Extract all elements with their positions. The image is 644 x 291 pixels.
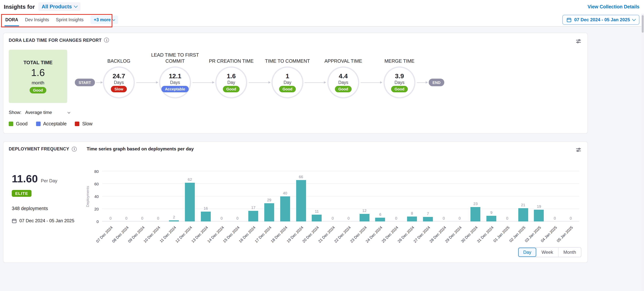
show-label: Show: (9, 110, 22, 115)
stage-circle[interactable]: 4.4 Days Good (327, 67, 359, 98)
deployment-bar[interactable] (296, 180, 306, 221)
tab-dora[interactable]: DORA (5, 13, 18, 26)
deployment-bar[interactable] (407, 216, 417, 221)
scrollbar-track[interactable] (641, 14, 644, 291)
bar-value-label: 0 (325, 216, 340, 220)
chart-plot-area: 0204060800000262160017294066110012608700… (102, 171, 579, 221)
insight-tab-bar: DORA Dev Insights Sprint Insights +3 mor… (0, 13, 644, 27)
bar-value-label: 0 (500, 216, 515, 220)
stage-value: 4.4 (339, 73, 348, 80)
deployment-bar[interactable] (423, 217, 433, 221)
bar-value-label: 6 (373, 212, 388, 216)
info-icon[interactable]: i (104, 38, 109, 43)
tab-sprint-insights[interactable]: Sprint Insights (56, 13, 84, 26)
bar-value-label: 66 (293, 175, 308, 179)
scrollbar-thumb[interactable] (642, 15, 644, 33)
page-header: Insights for All Products View Collectio… (0, 0, 644, 13)
deployment-bar[interactable] (312, 215, 322, 221)
stage-unit: Day (228, 80, 235, 85)
legend-swatch-slow (75, 122, 80, 126)
more-tabs-button[interactable]: +3 more (90, 16, 118, 24)
bar-value-label: 2 (166, 215, 182, 219)
show-metric-select[interactable]: Average time (25, 110, 70, 115)
granularity-day-button[interactable]: Day (518, 248, 536, 257)
bar-value-label: 12 (357, 209, 372, 213)
stage-value: 1.6 (227, 73, 236, 80)
flow-end-pill: END (429, 79, 444, 86)
chevron-down-icon (68, 111, 70, 113)
tab-dev-insights[interactable]: Dev Insights (25, 13, 49, 26)
y-axis-title: Deployments (86, 171, 90, 221)
stage-circle[interactable]: 3.9 Days Good (384, 67, 416, 98)
stage-pr-creation-time: PR CREATION TIME 1.6 Day Good (203, 48, 260, 98)
bar-value-label: 0 (150, 216, 166, 220)
deployment-bar[interactable] (169, 220, 179, 221)
bar-value-label: 62 (182, 177, 198, 181)
bar-value-label: 0 (563, 216, 578, 220)
stage-time-to-comment: TIME TO COMMENT 1 Day Good (259, 48, 316, 98)
info-icon[interactable]: i (72, 146, 77, 151)
y-axis-tick: 0 (96, 219, 99, 224)
deployment-bar[interactable] (470, 207, 480, 221)
deployment-settings-button[interactable] (575, 146, 582, 155)
total-time-badge: Good (30, 87, 46, 93)
stage-approval-time: APPROVAL TIME 4.4 Days Good (315, 48, 372, 98)
stage-unit: Days (394, 80, 404, 85)
stage-backlog: BACKLOG 24.7 Days Slow (90, 48, 147, 98)
view-collection-details-link[interactable]: View Collection Details (588, 4, 640, 9)
bar-value-label: 23 (468, 202, 483, 206)
deployment-bar[interactable] (486, 216, 496, 221)
deployment-bar[interactable] (185, 183, 195, 221)
stage-circle[interactable]: 24.7 Days Slow (103, 67, 135, 98)
y-axis-tick: 40 (94, 194, 99, 199)
deployment-bar[interactable] (375, 218, 385, 221)
legend-item-good: Good (9, 121, 28, 127)
lead-time-card-title: DORA LEAD TIME FOR CHANGES REPORT (9, 38, 102, 42)
page: Insights for All Products View Collectio… (0, 0, 644, 291)
lead-time-report-card: DORA LEAD TIME FOR CHANGES REPORT i TOTA… (3, 33, 588, 134)
stage-unit: Day (284, 80, 292, 85)
granularity-week-button[interactable]: Week (536, 248, 558, 257)
deployment-bar[interactable] (248, 211, 258, 221)
deployment-card-title: DEPLOYMENT FREQUENCY (9, 147, 69, 151)
gridline (102, 196, 579, 196)
lead-time-settings-button[interactable] (575, 38, 582, 46)
deployment-bar[interactable] (264, 203, 274, 221)
stage-circle[interactable]: 1 Day Good (272, 67, 304, 98)
product-selector-value: All Products (42, 4, 72, 10)
legend-item-slow: Slow (75, 121, 92, 127)
page-title: Insights for (4, 4, 35, 10)
bar-value-label: 40 (278, 191, 292, 195)
date-range-picker[interactable]: 07 Dec 2024 - 05 Jan 2025 (562, 15, 640, 25)
deployment-bar[interactable] (360, 214, 369, 221)
legend-swatch-acceptable (36, 122, 40, 126)
stage-label: PR CREATION TIME (203, 48, 260, 64)
show-metric-row: Show: Average time (9, 110, 582, 115)
stage-label: TIME TO COMMENT (259, 48, 316, 64)
stage-lead-time-to-first-commit: LEAD TIME TO FIRST COMMIT 12.1 Days Acce… (146, 48, 204, 98)
chevron-down-icon (632, 17, 636, 21)
bar-value-label: 0 (452, 216, 467, 220)
deployment-bar[interactable] (518, 208, 528, 221)
stage-unit: Days (338, 80, 348, 85)
deployments-count: 348 deployments (12, 206, 85, 211)
deployment-bar[interactable] (201, 211, 211, 221)
deployment-bar[interactable] (534, 209, 544, 221)
stage-circle[interactable]: 1.6 Day Good (215, 67, 247, 98)
gridline (102, 171, 579, 171)
deployment-bar[interactable] (280, 196, 290, 221)
deployments-date-range: 07 Dec 2024 - 05 Jan 2025 (12, 218, 85, 223)
deployments-per-day-unit: Per Day (41, 178, 57, 183)
deployment-chart: Deployments 0204060800000262160017294066… (85, 155, 582, 252)
stage-label: APPROVAL TIME (315, 48, 372, 64)
bar-value-label: 0 (134, 216, 150, 220)
show-metric-value: Average time (25, 110, 52, 115)
total-time-unit: month (32, 80, 44, 85)
stage-status-badge: Slow (111, 86, 127, 92)
product-selector-dropdown[interactable]: All Products (38, 2, 80, 11)
bar-value-label: 21 (516, 203, 531, 207)
legend-label: Good (16, 121, 28, 127)
stage-circle[interactable]: 12.1 Days Acceptable (159, 67, 191, 98)
granularity-month-button[interactable]: Month (558, 248, 581, 257)
more-tabs-label: +3 more (94, 18, 111, 22)
